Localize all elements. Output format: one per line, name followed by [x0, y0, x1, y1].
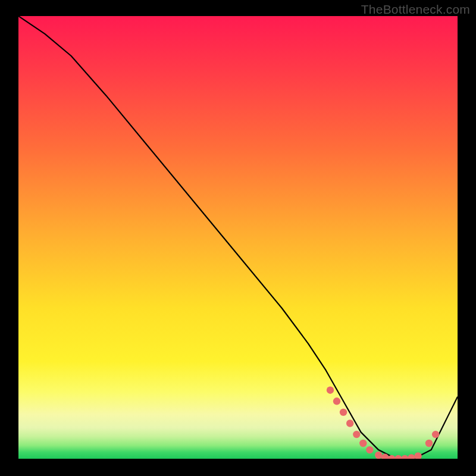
marker-dot [353, 431, 360, 438]
marker-dot [359, 440, 367, 447]
marker-dot [346, 419, 353, 427]
marker-dot [408, 454, 415, 459]
marker-dot [425, 440, 433, 447]
marker-dot [333, 397, 340, 405]
marker-dot [432, 431, 439, 438]
line-series [18, 16, 458, 459]
marker-dot [414, 452, 421, 459]
marker-dot [394, 455, 402, 459]
chart-svg [18, 16, 458, 459]
marker-dot [375, 452, 382, 459]
marker-group [327, 387, 440, 459]
watermark-text: TheBottleneck.com [361, 2, 470, 17]
plot-area [18, 16, 458, 459]
marker-dot [401, 455, 408, 459]
marker-dot [340, 409, 347, 416]
figure-container: TheBottleneck.com [0, 0, 476, 476]
marker-dot [366, 446, 373, 453]
marker-dot [327, 387, 334, 394]
